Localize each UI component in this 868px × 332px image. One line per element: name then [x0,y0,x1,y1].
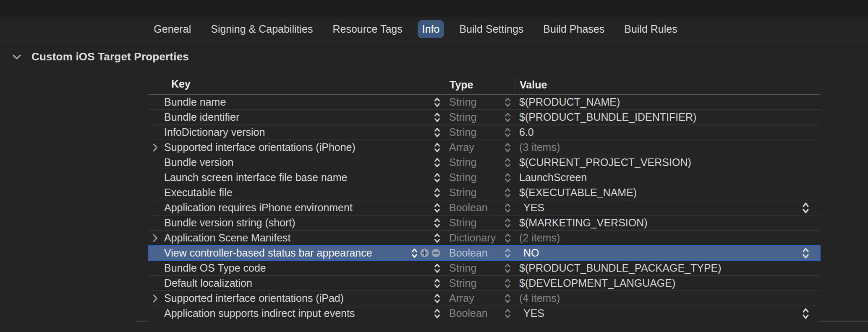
type-text: Array [446,141,474,153]
xcode-target-editor: { "tabs": [ { "label": "General", "selec… [0,0,868,332]
key-cell: Bundle OS Type code [149,261,446,275]
key-stepper-icon[interactable] [434,142,440,153]
property-row[interactable]: Bundle identifier String $(PRODUCT_BUNDL… [149,110,820,125]
type-cell: String [446,170,515,185]
value-cell: $(PRODUCT_BUNDLE_IDENTIFIER) [515,110,820,124]
key-stepper-icon[interactable] [434,202,440,213]
property-row[interactable]: Application requires iPhone environment … [149,200,820,215]
key-text: Bundle OS Type code [164,262,266,274]
key-text: Bundle version string (short) [164,217,295,229]
key-controls [434,112,440,123]
key-text: Application supports indirect input even… [164,307,355,319]
key-stepper-icon[interactable] [434,233,440,244]
property-row[interactable]: Supported interface orientations (iPad) … [149,291,820,306]
type-text: String [446,126,476,138]
key-controls [434,308,440,319]
type-stepper-icon[interactable] [505,248,511,259]
key-cell: Executable file [149,185,446,200]
key-cell: Supported interface orientations (iPhone… [149,140,446,155]
type-stepper-icon[interactable] [505,157,511,168]
property-row[interactable]: Bundle version string (short) String $(M… [149,215,820,231]
property-row[interactable]: InfoDictionary version String 6.0 [149,125,820,140]
type-stepper-icon[interactable] [505,293,511,304]
value-text: $(DEVELOPMENT_LANGUAGE) [519,277,675,289]
value-cell: NO [515,246,820,260]
property-row[interactable]: Application supports indirect input even… [149,306,820,321]
property-row[interactable]: Bundle name String $(PRODUCT_NAME) [149,95,820,110]
property-row[interactable]: Bundle version String $(CURRENT_PROJECT_… [149,155,820,170]
key-stepper-icon[interactable] [434,308,440,319]
type-stepper-icon[interactable] [505,187,511,198]
type-stepper-icon[interactable] [505,263,511,274]
type-stepper-icon[interactable] [505,112,511,123]
type-stepper-icon[interactable] [505,278,511,289]
type-stepper-icon[interactable] [505,308,511,319]
property-row[interactable]: View controller-based status bar appeara… [149,246,820,261]
type-cell: Boolean [446,306,515,321]
type-stepper-icon[interactable] [505,172,511,183]
tab-build-settings[interactable]: Build Settings [455,20,528,38]
key-stepper-icon[interactable] [434,293,440,304]
key-stepper-icon[interactable] [434,112,440,123]
tab-general[interactable]: General [149,20,196,38]
section-header: Custom iOS Target Properties [12,50,189,63]
type-stepper-icon[interactable] [505,202,511,213]
type-text: String [446,187,476,199]
chevron-right-icon[interactable] [149,233,164,243]
key-stepper-icon[interactable] [434,97,440,108]
key-cell: Application requires iPhone environment [149,200,446,215]
key-stepper-icon[interactable] [434,218,440,228]
key-stepper-icon[interactable] [434,172,440,183]
type-cell: String [446,95,515,109]
tab-resource-tags[interactable]: Resource Tags [328,20,407,38]
chevron-right-icon[interactable] [149,294,164,303]
table-header: Key Type Value [149,74,820,95]
remove-row-button[interactable] [431,249,440,257]
type-stepper-icon[interactable] [505,233,511,244]
chevron-down-icon[interactable] [12,54,21,60]
tab-build-phases[interactable]: Build Phases [539,20,609,38]
value-popup-icon[interactable] [802,307,809,320]
type-text: String [446,262,476,274]
property-row[interactable]: Bundle OS Type code String $(PRODUCT_BUN… [149,261,820,276]
key-text: Application requires iPhone environment [164,202,353,214]
value-cell: LaunchScreen [515,170,820,185]
type-cell: String [446,125,515,140]
add-row-button[interactable] [420,249,429,257]
chevron-right-icon[interactable] [149,143,164,152]
type-stepper-icon[interactable] [505,142,511,153]
key-stepper-icon[interactable] [434,127,440,138]
type-stepper-icon[interactable] [505,218,511,228]
value-cell: (4 items) [515,291,820,306]
value-popup-icon[interactable] [802,247,809,259]
value-cell: 6.0 [515,125,820,140]
key-controls [434,293,440,304]
key-text: InfoDictionary version [164,126,265,138]
key-text: Supported interface orientations (iPhone… [164,141,356,153]
property-row[interactable]: Application Scene Manifest Dictionary (2… [149,231,820,246]
key-cell: InfoDictionary version [149,125,446,140]
type-text: String [446,217,476,229]
key-stepper-icon[interactable] [411,248,418,259]
tab-info[interactable]: Info [418,20,444,38]
type-stepper-icon[interactable] [505,97,511,108]
key-cell: Bundle identifier [149,110,446,124]
type-text: Array [446,292,474,304]
type-cell: String [446,110,515,124]
value-text: (4 items) [519,292,560,304]
tab-signing-capabilities[interactable]: Signing & Capabilities [206,20,317,38]
key-text: View controller-based status bar appeara… [164,247,372,259]
key-stepper-icon[interactable] [434,263,440,274]
key-controls [434,142,440,153]
value-popup-icon[interactable] [802,202,809,214]
type-text: Dictionary [446,232,496,244]
property-row[interactable]: Executable file String $(EXECUTABLE_NAME… [149,185,820,200]
type-stepper-icon[interactable] [505,127,511,138]
key-stepper-icon[interactable] [434,278,440,289]
tab-build-rules[interactable]: Build Rules [620,20,682,38]
key-stepper-icon[interactable] [434,187,440,198]
property-row[interactable]: Supported interface orientations (iPhone… [149,140,820,155]
property-row[interactable]: Default localization String $(DEVELOPMEN… [149,276,820,291]
key-stepper-icon[interactable] [434,157,440,168]
property-row[interactable]: Launch screen interface file base name S… [149,170,820,185]
